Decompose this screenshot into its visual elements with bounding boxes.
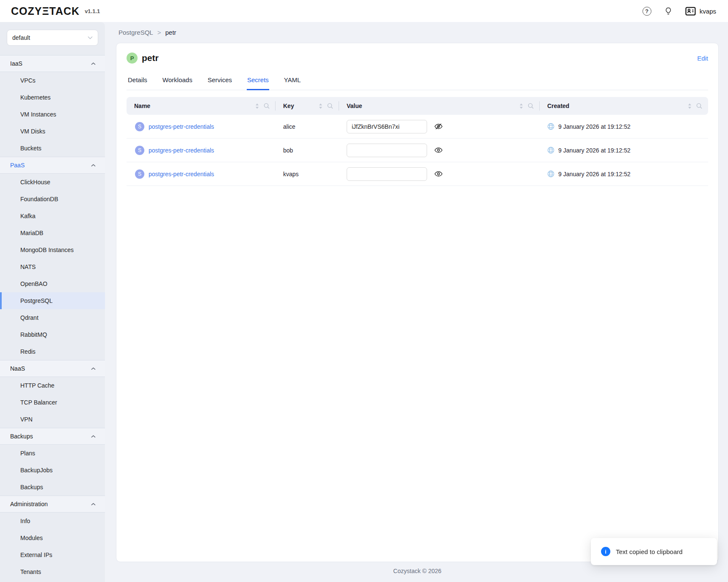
secret-avatar: S — [135, 146, 144, 155]
theme-lightbulb-icon[interactable] — [664, 7, 673, 16]
sidebar-item-vpn[interactable]: VPN — [0, 411, 105, 428]
sidebar-item-backupjobs[interactable]: BackupJobs — [0, 462, 105, 479]
sidebar-item-plans[interactable]: Plans — [0, 445, 105, 462]
secret-name-link[interactable]: postgres-petr-credentials — [149, 123, 214, 130]
table-row: S postgres-petr-credentials bob — [127, 139, 708, 162]
breadcrumb: PostgreSQL > petr — [119, 29, 719, 36]
info-icon: i — [601, 547, 610, 556]
section-label: Backups — [10, 433, 33, 440]
edit-button[interactable]: Edit — [697, 55, 708, 62]
sidebar-item-mongodb-instances[interactable]: MongoDB Instances — [0, 241, 105, 258]
sidebar-item-vm-disks[interactable]: VM Disks — [0, 123, 105, 140]
sidebar-section-backups[interactable]: Backups — [0, 428, 105, 445]
secret-value-input[interactable] — [347, 144, 427, 157]
item-label: OpenBAO — [20, 280, 47, 287]
sidebar-item-redis[interactable]: Redis — [0, 343, 105, 360]
item-label: Redis — [20, 348, 36, 355]
footer: Cozystack © 2026 — [116, 568, 719, 574]
secret-key: alice — [283, 123, 295, 130]
tab-secrets[interactable]: Secrets — [247, 76, 269, 90]
app-version: v1.1.1 — [85, 8, 100, 14]
sidebar-item-nats[interactable]: NATS — [0, 258, 105, 275]
search-icon[interactable] — [696, 103, 702, 109]
sidebar-item-clickhouse[interactable]: ClickHouse — [0, 174, 105, 191]
item-label: MongoDB Instances — [20, 247, 74, 253]
sidebar-section-naas[interactable]: NaaS — [0, 360, 105, 377]
sidebar-section-iaas[interactable]: IaaS — [0, 55, 105, 72]
tenant-select[interactable]: default — [7, 30, 98, 46]
app-logo[interactable]: COZYΞTACK — [11, 5, 80, 17]
item-label: Tenants — [20, 568, 41, 575]
breadcrumb-parent[interactable]: PostgreSQL — [119, 29, 153, 36]
column-header-controls — [318, 103, 333, 109]
search-icon[interactable] — [327, 103, 333, 109]
sidebar-item-mariadb[interactable]: MariaDB — [0, 224, 105, 241]
item-label: NATS — [20, 263, 36, 270]
created-cell: 9 January 2026 at 19:12:52 — [540, 170, 708, 177]
show-value-button[interactable] — [433, 169, 444, 178]
tab-services[interactable]: Services — [207, 76, 232, 90]
sidebar-item-info[interactable]: Info — [0, 513, 105, 529]
sidebar-section-administration[interactable]: Administration — [0, 496, 105, 513]
item-label: Kafka — [20, 213, 36, 219]
main-content: PostgreSQL > petr P petr Edit Details Wo… — [105, 22, 728, 582]
created-cell: 9 January 2026 at 19:12:52 — [540, 123, 708, 130]
sidebar-item-backups[interactable]: Backups — [0, 479, 105, 496]
secret-value-input[interactable] — [347, 120, 427, 133]
item-label: Backups — [20, 484, 43, 491]
topbar: COZYΞTACK v1.1.1 ? kvaps — [0, 0, 728, 22]
show-value-button[interactable] — [433, 146, 444, 155]
sort-icon[interactable] — [687, 103, 692, 109]
secret-name-link[interactable]: postgres-petr-credentials — [149, 171, 214, 177]
sidebar-item-tenants[interactable]: Tenants — [0, 563, 105, 580]
eye-icon — [434, 170, 443, 177]
breadcrumb-separator: > — [157, 29, 161, 36]
tab-workloads[interactable]: Workloads — [162, 76, 193, 90]
hide-value-button[interactable] — [433, 122, 444, 131]
sidebar-item-postgresql[interactable]: PostgreSQL — [0, 292, 105, 309]
sidebar-item-rabbitmq[interactable]: RabbitMQ — [0, 326, 105, 343]
chevron-down-icon — [88, 36, 93, 39]
help-icon[interactable]: ? — [643, 7, 651, 16]
search-icon[interactable] — [264, 103, 270, 109]
sidebar-item-buckets[interactable]: Buckets — [0, 140, 105, 157]
sidebar-item-openbao[interactable]: OpenBAO — [0, 275, 105, 292]
key-cell: kvaps — [276, 171, 339, 177]
column-header-controls — [519, 103, 534, 109]
sidebar-item-kafka[interactable]: Kafka — [0, 208, 105, 224]
globe-icon — [547, 147, 554, 154]
secret-key: bob — [283, 147, 293, 154]
column-label: Key — [283, 103, 294, 109]
sort-icon[interactable] — [255, 103, 259, 109]
section-label: NaaS — [10, 365, 25, 372]
page-title: petr — [142, 53, 159, 63]
help-glyph: ? — [645, 8, 648, 14]
sidebar-item-modules[interactable]: Modules — [0, 529, 105, 546]
secret-value-input[interactable] — [347, 167, 427, 181]
created-timestamp: 9 January 2026 at 19:12:52 — [558, 171, 630, 177]
secret-name-link[interactable]: postgres-petr-credentials — [149, 147, 214, 154]
created-cell: 9 January 2026 at 19:12:52 — [540, 147, 708, 154]
sort-icon[interactable] — [318, 103, 323, 109]
tab-yaml[interactable]: YAML — [284, 76, 301, 90]
column-header-created: Created — [540, 97, 708, 115]
tab-details[interactable]: Details — [127, 76, 148, 90]
sidebar-item-vpcs[interactable]: VPCs — [0, 72, 105, 89]
sidebar-item-http-cache[interactable]: HTTP Cache — [0, 377, 105, 394]
sidebar-item-qdrant[interactable]: Qdrant — [0, 309, 105, 326]
item-label: VPN — [20, 416, 33, 423]
sidebar-item-foundationdb[interactable]: FoundationDB — [0, 191, 105, 208]
sidebar-item-vm-instances[interactable]: VM Instances — [0, 106, 105, 123]
user-menu[interactable]: kvaps — [685, 7, 716, 16]
secret-avatar: S — [135, 122, 144, 131]
sidebar-item-kubernetes[interactable]: Kubernetes — [0, 89, 105, 106]
search-icon[interactable] — [528, 103, 534, 109]
sidebar-item-tcp-balancer[interactable]: TCP Balancer — [0, 394, 105, 411]
item-label: VM Disks — [20, 128, 45, 135]
value-cell — [339, 120, 540, 133]
created-timestamp: 9 January 2026 at 19:12:52 — [558, 147, 630, 154]
sort-icon[interactable] — [519, 103, 524, 109]
sidebar-item-external-ips[interactable]: External IPs — [0, 546, 105, 563]
sidebar-section-paas[interactable]: PaaS — [0, 157, 105, 174]
item-label: VPCs — [20, 77, 36, 84]
